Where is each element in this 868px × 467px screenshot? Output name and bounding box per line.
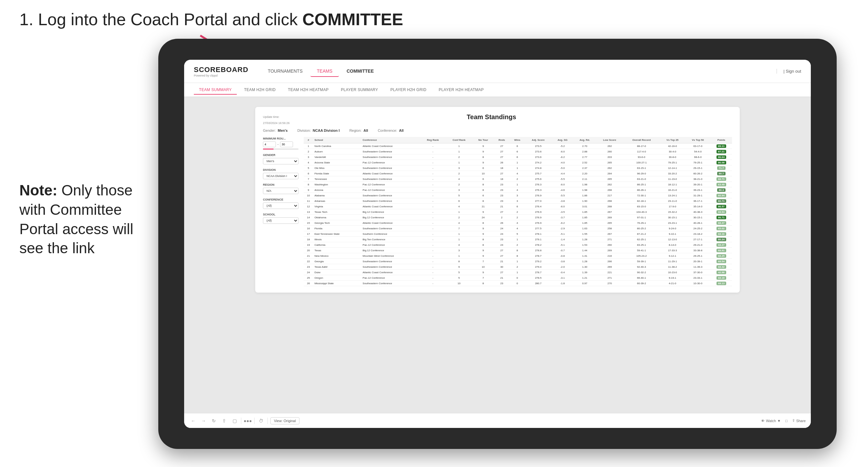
cell-vs-top25: 42-16-0 (660, 144, 685, 149)
toolbar-forward-btn[interactable]: → (199, 417, 207, 425)
cell-wins: 2 (510, 264, 525, 270)
cell-points: 65.02 (711, 226, 732, 231)
cell-conference: Big 12 Conference (362, 248, 420, 253)
sub-nav-team-summary[interactable]: TEAM SUMMARY (194, 86, 237, 95)
col-no-tour: No Tour (473, 137, 494, 144)
cell-avg-rd: 1.90 (574, 198, 596, 204)
gender-select[interactable]: Men's Women's (263, 158, 299, 164)
cell-vs-top25: 15-32-2 (660, 209, 685, 215)
cell-avg-rd: 1.85 (574, 209, 596, 215)
cell-no-tour: 10 (473, 264, 494, 270)
slider-fill (263, 149, 274, 150)
cell-conf-rank: 4 (445, 242, 473, 248)
cell-no-tour: 9 (473, 209, 494, 215)
cell-avg-rd: 1.30 (574, 264, 596, 270)
cell-rank: 16 (304, 226, 313, 231)
nav-item-tournaments[interactable]: TOURNAMENTS (261, 66, 309, 77)
cell-sg: -5.1 (552, 231, 574, 237)
min-rounds-min-input[interactable] (263, 142, 276, 147)
cell-conference: Southeastern Conference (362, 281, 420, 286)
cell-adj-score: 276.3 (525, 187, 552, 193)
cell-adj-score: 274.2 (525, 160, 552, 165)
cell-conference: Atlantic Coast Conference (362, 270, 420, 275)
toolbar-separator-3 (268, 417, 268, 424)
table-row: 24 Duke Atlantic Coast Conference - 5 9 … (304, 270, 732, 275)
cell-overall: 62-25-1 (623, 237, 660, 242)
cell-sg: -3.5 (552, 209, 574, 215)
cell-vs-top50: 35-14-0 (685, 204, 711, 209)
toolbar-share-btn[interactable]: ⇧ (220, 417, 228, 425)
nav-item-committee[interactable]: COMMITTEE (340, 66, 380, 77)
sign-out-button[interactable]: | Sign out (777, 69, 801, 74)
tablet-screen: SCOREBOARD Powered by clippd TOURNAMENTS… (184, 60, 811, 428)
toolbar-clock-btn[interactable]: ⏱ (257, 417, 265, 425)
cell-adj-score: 279.4 (525, 264, 552, 270)
filter-division: Division: NCAA Division I (297, 128, 340, 132)
cell-conf-rank: 1 (445, 149, 473, 154)
toolbar-more-btn[interactable]: ●●● (244, 417, 252, 425)
share-label[interactable]: Share (796, 419, 806, 423)
toolbar-bookmark-btn[interactable]: ▢ (231, 417, 239, 425)
cell-avg-rd: 3.01 (574, 204, 596, 209)
slider-track[interactable] (263, 149, 299, 150)
toolbar-refresh-btn[interactable]: ↻ (210, 417, 218, 425)
cell-conf-rank: 7 (445, 226, 473, 231)
region-select[interactable]: N/A (263, 188, 299, 194)
cell-points: 68.47 (711, 220, 732, 226)
cell-vs-top25: 11-29-1 (660, 259, 685, 264)
cell-no-tour: 9 (473, 160, 494, 165)
cell-no-tour: 9 (473, 270, 494, 275)
cell-vs-top25: 79-25-1 (660, 160, 685, 165)
cell-conf-rank: 1 (445, 160, 473, 165)
table-row: 16 Florida Southeastern Conference - 7 9… (304, 226, 732, 231)
cell-wins: 1 (510, 182, 525, 187)
sub-nav-team-h2h-grid[interactable]: TEAM H2H GRID (239, 86, 281, 94)
filter-gender: Gender: Men's (263, 128, 287, 132)
cell-overall: 83-25-1 (623, 242, 660, 248)
col-sg: Avg. SG (552, 137, 574, 144)
toolbar-icon-btn[interactable]: □ (785, 419, 787, 423)
sub-nav-player-h2h-grid[interactable]: PLAYER H2H GRID (385, 86, 432, 94)
min-rounds-max-input[interactable] (280, 142, 293, 147)
cell-no-tour: 21 (473, 204, 494, 209)
watch-dropdown-icon: ▼ (777, 419, 781, 423)
toolbar-view-original[interactable]: View: Original (270, 417, 300, 424)
cell-reg-rank: - (420, 182, 445, 187)
sub-nav-player-h2h-heatmap[interactable]: PLAYER H2H HEATMAP (434, 86, 489, 94)
table-row: 3 Vanderbilt Southeastern Conference - 2… (304, 154, 732, 160)
cell-rank: 12 (304, 204, 313, 209)
cell-no-tour: 10 (473, 171, 494, 176)
cell-conference: Southeastern Conference (362, 198, 420, 204)
cell-avg-rd: 2.88 (574, 149, 596, 154)
table-col: # School Conference Reg Rank Conf Rank N… (304, 137, 732, 286)
sub-nav-team-h2h-heatmap[interactable]: TEAM H2H HEATMAP (283, 86, 334, 94)
cell-rnds: 27 (494, 248, 510, 253)
cell-points: 86.57 (711, 204, 732, 209)
watch-label[interactable]: Watch (766, 419, 776, 423)
cell-sg: -0.4 (552, 270, 574, 275)
cell-points: 80.7 (711, 171, 732, 176)
cell-school: Tennessee (313, 176, 361, 182)
toolbar-back-btn[interactable]: ← (189, 417, 197, 425)
cell-conf-rank: 1 (445, 144, 473, 149)
cell-no-tour: 9 (473, 144, 494, 149)
cell-wins: 2 (510, 176, 525, 182)
watch-btn[interactable]: 👁 Watch ▼ (761, 419, 781, 423)
cell-rnds: 23 (494, 193, 510, 198)
cell-reg-rank: - (420, 187, 445, 193)
share-btn[interactable]: ⇧ Share (792, 418, 806, 423)
division-select[interactable]: NCAA Division I NCAA Division II (263, 173, 299, 179)
table-row: 21 New Mexico Mountain West Conference -… (304, 253, 732, 259)
conference-select[interactable]: (All) (263, 203, 299, 209)
table-row: 26 Mississippi State Southeastern Confer… (304, 281, 732, 286)
cell-overall: 86-25-1 (623, 182, 660, 187)
cell-reg-rank: - (420, 231, 445, 237)
cell-rnds: 27 (494, 144, 510, 149)
sub-nav-player-summary[interactable]: PLAYER SUMMARY (336, 86, 383, 94)
logo-scoreboard: SCOREBOARD (194, 66, 248, 74)
cell-rnds: 23 (494, 187, 510, 193)
nav-item-teams[interactable]: TEAMS (310, 66, 339, 77)
cell-wins: 4 (510, 226, 525, 231)
sign-out-label[interactable]: Sign out (786, 69, 801, 74)
school-select[interactable]: (All) (263, 217, 299, 224)
